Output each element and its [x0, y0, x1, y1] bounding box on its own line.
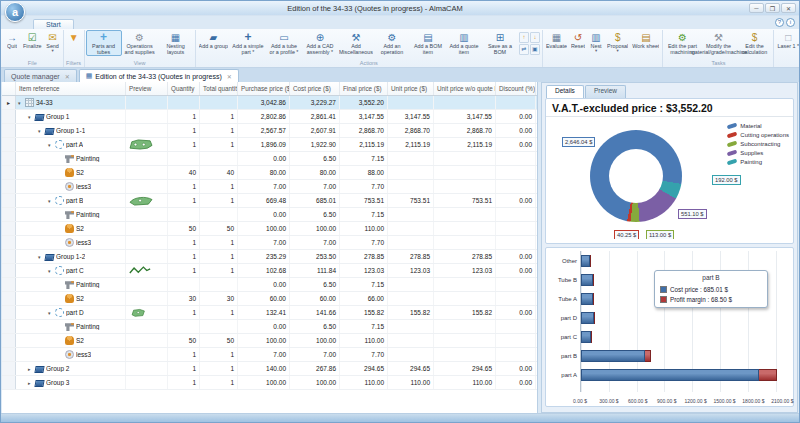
table-row[interactable]: ▾Group 1112,802.862,861.413,147.553,147.…	[2, 110, 537, 124]
close-button[interactable]: ✕	[781, 3, 796, 13]
table-row[interactable]: ▸Group 211140.00267.86294.65294.65294.65…	[2, 362, 537, 376]
tree-expander-icon[interactable]: ▾	[48, 310, 55, 316]
table-row[interactable]: ▸▾34-333,042.863,229.273,552.20	[2, 96, 537, 110]
row-selector[interactable]	[2, 278, 16, 291]
tab-quote-manager[interactable]: Quote manager ✕	[4, 69, 77, 82]
operations-and-supplies-button[interactable]: ⚙Operations and supplies	[122, 30, 158, 56]
table-row[interactable]: less3117.007.007.70	[2, 236, 537, 250]
add-simple-part-button[interactable]: +Add a simple part *	[230, 30, 266, 56]
add-tube-button[interactable]: ▭Add a tube or a profile *	[266, 30, 302, 56]
tree-expander-icon[interactable]: ▾	[48, 142, 55, 148]
cost-price-bar[interactable]	[581, 274, 593, 286]
row-selector[interactable]	[2, 362, 16, 375]
close-tab-icon[interactable]: ✕	[227, 73, 232, 80]
table-row[interactable]: ▸Group 311100.00100.00110.00110.00110.00…	[2, 376, 537, 390]
column-header[interactable]: Cost price ($)	[290, 82, 340, 95]
finalize-button[interactable]: ☑Finalize	[21, 30, 44, 50]
table-row[interactable]: less3117.007.007.70	[2, 348, 537, 362]
help-icon[interactable]: ?	[775, 18, 784, 27]
row-selector[interactable]	[2, 138, 16, 151]
cost-price-bar[interactable]	[581, 293, 593, 305]
tree-expander-icon[interactable]: ▾	[48, 268, 55, 274]
nest-button[interactable]: ▥Nest▾	[587, 30, 605, 54]
table-row[interactable]: ▾part D11132.41141.66155.82155.82155.820…	[2, 306, 537, 320]
row-selector[interactable]	[2, 222, 16, 235]
row-selector[interactable]	[2, 180, 16, 193]
work-sheet-button[interactable]: ▤Work sheet	[630, 30, 661, 50]
table-row[interactable]: Painting0.006.507.15	[2, 152, 537, 166]
row-selector[interactable]	[2, 208, 16, 221]
cost-price-bar[interactable]	[581, 255, 590, 267]
minimize-button[interactable]: ─	[749, 3, 764, 13]
row-selector[interactable]	[2, 264, 16, 277]
column-header[interactable]: Unit price w/o quote hidden costs ...	[434, 82, 496, 95]
column-header[interactable]: Total quantity	[200, 82, 238, 95]
modify-material-button[interactable]: ⚒Modify the material/grade/machine	[700, 30, 736, 56]
table-row[interactable]: ▾part C11102.68111.84123.03123.03123.030…	[2, 264, 537, 278]
table-row[interactable]: ▾part B11669.48685.01753.51753.51753.510…	[2, 194, 537, 208]
cost-price-bar[interactable]	[581, 331, 591, 343]
proposal-button[interactable]: $Proposal▾	[605, 30, 630, 54]
close-tab-icon[interactable]: ✕	[65, 73, 70, 80]
add-operation-button[interactable]: ⚙Add an operation	[374, 30, 410, 56]
evaluate-button[interactable]: ▦Evaluate	[544, 30, 569, 50]
maximize-button[interactable]: ❐	[765, 3, 780, 13]
table-row[interactable]: Painting0.006.507.15	[2, 208, 537, 222]
reset-button[interactable]: ↺Reset	[569, 30, 587, 50]
profit-margin-bar[interactable]	[591, 331, 592, 343]
table-row[interactable]: ▾part A111,896.091,922.902,115.192,115.1…	[2, 138, 537, 152]
profit-margin-bar[interactable]	[645, 350, 651, 362]
edit-calculation-modes-button[interactable]: $Edit the calculation modes	[736, 30, 772, 56]
profit-margin-bar[interactable]	[593, 293, 594, 305]
column-header[interactable]: Preview	[126, 82, 168, 95]
column-header[interactable]: Purchase price ($)	[238, 82, 290, 95]
save-as-bom-button[interactable]: ⊞Save as a BOM	[482, 30, 518, 56]
table-row[interactable]: Painting0.006.507.15	[2, 278, 537, 292]
move-down-button[interactable]: ↓	[530, 32, 540, 43]
swap-button[interactable]: ⇄	[519, 44, 529, 55]
row-selector[interactable]: ▸	[2, 96, 16, 109]
column-header[interactable]: Unit price ($)	[388, 82, 434, 95]
profit-margin-bar[interactable]	[590, 255, 591, 267]
row-selector[interactable]	[2, 320, 16, 333]
tree-expander-icon[interactable]: ▾	[18, 100, 25, 106]
table-row[interactable]: S2303060.0060.0066.00	[2, 292, 537, 306]
add-cad-assembly-button[interactable]: ⊕Add a CAD assembly *	[302, 30, 338, 56]
table-row[interactable]: ▾Group 1-211235.29253.50278.85278.85278.…	[2, 250, 537, 264]
profit-margin-bar[interactable]	[759, 369, 777, 381]
add-miscellaneous-button[interactable]: ⚒Add Miscellaneous *	[338, 30, 374, 56]
tab-details[interactable]: Details	[546, 85, 584, 98]
row-selector[interactable]	[2, 292, 16, 305]
app-logo-icon[interactable]: a	[5, 2, 25, 22]
tree-expander-icon[interactable]: ▾	[48, 198, 55, 204]
row-selector[interactable]	[2, 124, 16, 137]
tab-edition-34-33[interactable]: ▦ Edition of the 34-33 (Quotes in progre…	[79, 69, 239, 82]
row-selector[interactable]	[2, 152, 16, 165]
add-quote-item-button[interactable]: ▥Add a quote item	[446, 30, 482, 56]
table-row[interactable]: S2404080.0080.0088.00	[2, 166, 537, 180]
row-selector[interactable]	[2, 306, 16, 319]
profit-margin-bar[interactable]	[594, 312, 595, 324]
column-header[interactable]: Final price ($)	[340, 82, 388, 95]
info-icon[interactable]: i	[786, 18, 795, 27]
tab-start[interactable]: Start	[33, 19, 74, 29]
parts-and-tubes-button[interactable]: +Parts and tubes	[86, 30, 122, 56]
row-selector[interactable]	[2, 110, 16, 123]
table-row[interactable]: S25050100.00100.00110.00	[2, 222, 537, 236]
column-header[interactable]: Quantity	[168, 82, 200, 95]
add-bom-item-button[interactable]: ▤Add a BOM item	[410, 30, 446, 56]
send-button[interactable]: ✉Send▾	[44, 30, 62, 54]
add-group-button[interactable]: ▰Add a group	[197, 30, 230, 50]
table-row[interactable]: ▾Group 1-1112,567.572,607.912,868.702,86…	[2, 124, 537, 138]
row-selector[interactable]	[2, 236, 16, 249]
tab-preview[interactable]: Preview	[585, 85, 626, 98]
row-selector[interactable]	[2, 376, 16, 389]
quit-button[interactable]: →Quit	[3, 30, 21, 50]
table-row[interactable]: S25050100.00100.00110.00	[2, 334, 537, 348]
nesting-layouts-button[interactable]: ▦Nesting layouts	[158, 30, 194, 56]
column-header[interactable]: Item reference	[16, 82, 126, 95]
filters-button[interactable]: ▼	[65, 30, 83, 44]
copy-button[interactable]: ▣	[530, 44, 540, 55]
column-header[interactable]: Discount (%)	[496, 82, 536, 95]
row-selector[interactable]	[2, 250, 16, 263]
